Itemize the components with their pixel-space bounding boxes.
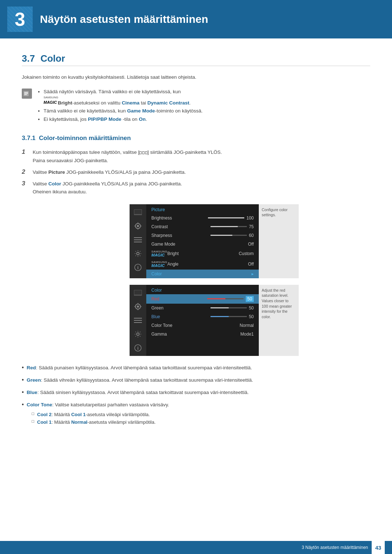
sidebar-icon-3 xyxy=(133,235,143,245)
note-bullet-2: Tämä valikko ei ole käytettävissä, kun G… xyxy=(44,107,203,115)
sidebar-icon-2-1 xyxy=(133,288,143,298)
footer-page-number: 43 xyxy=(372,541,385,554)
svg-text:i: i xyxy=(137,265,139,270)
step-3: 3 Valitse Color JOG-painikkeella YLÖS/AL… xyxy=(22,180,370,196)
color-desc-red: Red: Säädä punaisen kylläisyystasoa. Arv… xyxy=(22,364,370,372)
sidebar-icon-2-3 xyxy=(133,315,143,325)
svg-rect-15 xyxy=(134,242,142,242)
menu-row-colortone: Color Tone Normal xyxy=(146,321,259,330)
sidebar-icon-2-2 xyxy=(133,301,143,312)
svg-point-16 xyxy=(137,252,139,255)
sidebar-icon-info: i xyxy=(133,262,143,272)
step-2-number: 2 xyxy=(22,168,29,176)
svg-rect-6 xyxy=(136,214,139,215)
color-tone-cool2: Cool 2: Määritä Cool 1-asetusta viileäpi… xyxy=(32,411,169,418)
cinema-highlight: Cinema xyxy=(122,100,140,106)
sidebar-icon-gear xyxy=(133,249,143,259)
menu-row-color-selected: Color ▸ xyxy=(146,270,259,278)
menu-row-sharpness: Sharpness 60 xyxy=(146,231,259,240)
color-desc-green: Green: Säädä vihreän kylläisyystasoa. Ar… xyxy=(22,376,370,384)
svg-rect-2 xyxy=(24,93,28,94)
menu-row-gamma: Gamma Mode1 xyxy=(146,330,259,338)
step-2: 2 Valitse Picture JOG-painikkeella YLÖS/… xyxy=(22,168,370,176)
monitor-sidebar-2: i xyxy=(130,285,146,356)
menu-row-gamemode: Game Mode Off xyxy=(146,240,259,249)
section-37-title: 3.7 Color xyxy=(22,53,370,66)
chapter-number-box: 3 xyxy=(7,7,33,32)
svg-point-23 xyxy=(137,305,139,308)
intro-paragraph: Jokainen toiminto on kuvattu yksityiskoh… xyxy=(22,73,370,81)
monitor-hint-2: Adjust the red saturation level. Values … xyxy=(259,285,299,356)
sidebar-icon-2-gear xyxy=(133,329,143,339)
menu-color-title: Color xyxy=(146,285,259,294)
svg-rect-5 xyxy=(134,210,142,214)
step-1: 1 Kun toimintonäppäinopas tulee näyttöön… xyxy=(22,148,370,165)
svg-rect-28 xyxy=(134,318,142,319)
svg-rect-21 xyxy=(136,295,139,295)
note-block: Säädä näytön värisävyä. Tämä valikko ei … xyxy=(22,88,370,124)
menu-row-contrast: Contrast 75 xyxy=(146,222,259,231)
svg-point-31 xyxy=(137,333,139,335)
menu-row-brightness: Brightness 100 xyxy=(146,214,259,222)
svg-rect-30 xyxy=(134,322,142,323)
color-tone-cool1: Cool 1: Määritä Normal-asetusta viileämp… xyxy=(32,418,169,426)
sidebar-icon-2-info: i xyxy=(133,343,143,353)
color-descriptions-list: Red: Säädä punaisen kylläisyystasoa. Arv… xyxy=(22,364,370,426)
jog-icon-inline xyxy=(139,151,147,154)
sidebar-icon-2 xyxy=(133,221,143,231)
note-bullets-list: Säädä näytön värisävyä. Tämä valikko ei … xyxy=(37,88,203,124)
menu-row-magicbright: SAMSUNG MAGIC Bright Custom xyxy=(146,249,259,259)
step-3-text: Valitse Color JOG-painikkeella YLÖS/ALAS… xyxy=(33,180,182,196)
svg-rect-13 xyxy=(134,237,142,238)
page-header: 3 Näytön asetusten määrittäminen xyxy=(0,0,392,38)
game-mode-highlight: Game Mode xyxy=(127,108,155,114)
svg-rect-3 xyxy=(24,94,27,95)
step-3-number: 3 xyxy=(22,180,29,187)
menu-row-red: Red 50 xyxy=(146,294,259,304)
monitor-screenshots: i Picture Brightness 100 Contrast xyxy=(58,204,370,356)
on-highlight: On xyxy=(139,116,146,122)
pip-pbp-highlight: PIP/PBP Mode xyxy=(88,116,121,122)
svg-rect-14 xyxy=(134,239,142,240)
pencil-icon xyxy=(23,90,31,98)
page-footer: 3 Näytön asetusten määrittäminen 43 xyxy=(0,541,392,554)
svg-rect-1 xyxy=(24,92,28,93)
monitor-hint-1: Configure color settings. xyxy=(259,204,299,278)
color-desc-blue: Blue: Säädä sinisen kylläisyystasoa. Arv… xyxy=(22,389,370,397)
footer-text: 3 Näytön asetusten määrittäminen xyxy=(302,545,368,550)
monitor-menu-color: Color Red 50 Green 50 xyxy=(146,285,259,356)
step-1-text: Kun toimintonäppäinopas tulee näyttöön, … xyxy=(33,148,222,165)
note-bullet-1: Säädä näytön värisävyä. Tämä valikko ei … xyxy=(44,88,203,107)
menu-row-blue: Blue 50 xyxy=(146,312,259,321)
menu-row-green: Green 50 xyxy=(146,304,259,312)
menu-row-magicangle: SAMSUNG MAGIC Angle Off xyxy=(146,259,259,270)
monitor-ui-picture: i Picture Brightness 100 Contrast xyxy=(130,204,299,278)
monitor-ui-color: i Color Red 50 Green xyxy=(130,285,299,356)
monitor-menu-picture: Picture Brightness 100 Contrast 75 xyxy=(146,204,259,278)
svg-rect-20 xyxy=(134,290,142,295)
color-desc-colortone: Color Tone: Valitse katselutarpeitasi pa… xyxy=(22,401,370,426)
note-icon xyxy=(22,89,32,99)
subsection-371-title: 3.7.1 Color-toiminnon määrittäminen xyxy=(22,135,370,142)
svg-rect-29 xyxy=(134,320,142,321)
menu-picture-title: Picture xyxy=(146,204,259,214)
monitor-sidebar-1: i xyxy=(130,204,146,278)
color-tone-sub-list: Cool 2: Määritä Cool 1-asetusta viileäpi… xyxy=(27,411,169,426)
main-content: 3.7 Color Jokainen toiminto on kuvattu y… xyxy=(0,38,392,452)
step-2-text: Valitse Picture JOG-painikkeella YLÖS/AL… xyxy=(33,168,186,176)
chapter-title: Näytön asetusten määrittäminen xyxy=(40,13,208,25)
svg-text:i: i xyxy=(137,345,139,351)
step-1-number: 1 xyxy=(22,148,29,156)
svg-point-8 xyxy=(137,225,139,227)
sidebar-icon-1 xyxy=(133,207,143,217)
steps-list: 1 Kun toimintonäppäinopas tulee näyttöön… xyxy=(22,148,370,196)
chapter-number: 3 xyxy=(15,8,25,30)
dynamic-contrast-highlight: Dynamic Contrast xyxy=(147,100,189,106)
note-bullet-3: Ei käytettävissä, jos PIP/PBP Mode -tila… xyxy=(44,115,203,124)
